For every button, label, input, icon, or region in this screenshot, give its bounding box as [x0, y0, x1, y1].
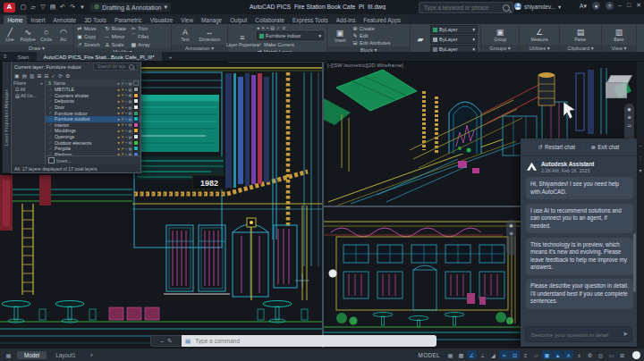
isolate-objects-toggle[interactable]: ◎ [596, 350, 606, 359]
plot-icon[interactable]: ▤ [48, 3, 57, 12]
layer-on-icon[interactable]: ● [117, 147, 120, 151]
start-tab[interactable]: Start [11, 52, 37, 61]
layer-color-swatch[interactable] [133, 116, 139, 122]
property-dropdown[interactable]: ByLayer ▾ [430, 25, 478, 34]
command-pencil-icon[interactable]: ✎ [167, 338, 173, 345]
tab-output[interactable]: Output [226, 15, 251, 24]
layer-lock-icon[interactable]: ▪ [126, 140, 128, 145]
layer-on-icon[interactable]: ● [117, 93, 120, 97]
layer-plot-icon[interactable]: ▤ [129, 147, 132, 151]
qat-dropdown-icon[interactable]: ▾ [78, 3, 87, 12]
layer-on-icon[interactable]: ● [117, 129, 120, 133]
property-dropdown[interactable]: ByLayer ▾ [430, 35, 478, 44]
send-icon[interactable]: ➤ [623, 331, 628, 338]
chat-scrollbar[interactable] [633, 233, 636, 292]
block-tool-button[interactable]: ⊟ Edit Attributes [352, 39, 391, 46]
annotation-tool-button[interactable]: ↔ Dimension [199, 28, 220, 42]
layer-lock-icon[interactable]: ▪ [126, 117, 128, 122]
layer-on-icon[interactable]: ● [117, 105, 120, 110]
panel-label-clipboard[interactable]: Clipboard ▾ [560, 45, 601, 52]
layer-freeze-icon[interactable]: ☀ [121, 111, 124, 115]
layer-tool-button[interactable]: ✓ Make Current [257, 41, 324, 47]
layer-lock-icon[interactable]: ▪ [126, 88, 128, 92]
match-properties-button[interactable]: ▰ [413, 35, 428, 44]
annotation-tool-button[interactable]: A Text [174, 28, 196, 42]
command-input[interactable] [193, 337, 433, 345]
workspace-switcher[interactable]: ⚙ Drafting & Annotation ▾ [90, 3, 171, 12]
tab-visualize[interactable]: Visualize [146, 15, 176, 24]
redo-icon[interactable]: ↷ [68, 3, 77, 12]
account-menu[interactable]: shiyamdev... ▾ [514, 3, 561, 10]
restore-button[interactable]: □ [627, 2, 631, 9]
layer-row[interactable]: ✓ Mouldings ● ☀ ▪ ▤ [46, 128, 140, 134]
layer-plot-icon[interactable]: ▤ [129, 122, 132, 127]
layer-state-icons[interactable]: ●☀▪▤✓⊘ [257, 25, 324, 30]
layer-row[interactable]: ✓ Pergola ● ☀ ▪ ▤ [46, 146, 140, 152]
annotation-autoscale-toggle[interactable]: A [564, 350, 573, 359]
panel-label-draw[interactable]: Draw ▾ [0, 45, 73, 52]
notifications-icon[interactable]: ● [592, 2, 600, 10]
chat-input-box[interactable]: ➤ [525, 326, 632, 342]
polar-tracking-toggle[interactable]: ∠ [467, 350, 477, 359]
new-layer-icon[interactable]: ⊞ [37, 73, 41, 79]
graphics-performance-toggle[interactable]: ▭ [606, 350, 616, 359]
layer-color-swatch[interactable] [133, 87, 139, 92]
layer-lock-icon[interactable]: ▪ [126, 111, 128, 115]
tab-express-tools[interactable]: Express Tools [289, 15, 333, 24]
layer-on-icon[interactable]: ● [117, 111, 120, 115]
ortho-toggle[interactable]: ⊥ [478, 350, 487, 359]
steering-wheel-icon[interactable]: ◉ [509, 222, 513, 228]
tab-home[interactable]: Home [4, 15, 27, 24]
layer-lock-icon[interactable]: ▪ [126, 129, 128, 133]
new-group-filter-icon[interactable]: ▤ [21, 73, 26, 79]
tab-parametric[interactable]: Parametric [110, 15, 146, 24]
viewcube[interactable] [605, 73, 631, 100]
modify-tool-button[interactable]: ▦ Array [131, 41, 149, 47]
panel-label-groups[interactable]: Groups ▾ [481, 45, 519, 52]
new-file-icon[interactable]: ▢ [19, 3, 28, 12]
modify-tool-button[interactable]: ↻ Rotate [105, 25, 126, 31]
tab-3d-tools[interactable]: 3D Tools [80, 15, 111, 24]
panel-label-utilities[interactable]: Utilities ▾ [520, 45, 559, 52]
layer-color-swatch[interactable] [133, 105, 139, 110]
layer-freeze-icon[interactable]: ☀ [121, 117, 124, 122]
layer-freeze-icon[interactable]: ☀ [121, 99, 124, 104]
layer-dropdown[interactable]: Furniture indoor ▾ [257, 31, 324, 40]
chat-collapse-icon[interactable]: – [639, 143, 641, 148]
refresh-icon[interactable]: ⟳ [58, 73, 63, 79]
layer-search-input[interactable] [96, 63, 127, 70]
clean-screen-toggle[interactable]: ⊞ [617, 350, 627, 359]
layer-color-swatch[interactable] [133, 122, 139, 128]
layer-freeze-icon[interactable]: ☀ [121, 122, 124, 127]
save-icon[interactable]: ▽ [38, 3, 47, 12]
layer-on-icon[interactable]: ● [117, 88, 120, 92]
chat-input[interactable] [530, 331, 620, 339]
layer-color-swatch[interactable] [133, 128, 139, 133]
viewport-controls-label[interactable]: [-][SW Isometric][2D Wireframe] [327, 63, 403, 68]
workspace-switching-control[interactable]: ⚙ [585, 350, 595, 359]
tab-insert[interactable]: Insert [27, 15, 49, 24]
layer-on-icon[interactable]: ● [117, 122, 120, 127]
close-button[interactable]: ✕ [636, 2, 641, 9]
layer-color-swatch[interactable] [133, 134, 139, 139]
layer-row[interactable]: ✓ MBTITLE ● ☀ ▪ ▤ [46, 87, 140, 93]
tab-view[interactable]: View [177, 15, 198, 24]
navigation-bar-2[interactable]: ◉ ⊕ [506, 220, 516, 256]
autocad-logo-icon[interactable]: A [4, 3, 15, 13]
new-drawing-tab-button[interactable]: + [162, 52, 180, 61]
assistant-bubble-icon[interactable] [632, 351, 640, 359]
annotation-scale-control[interactable]: ± [574, 350, 584, 359]
layer-freeze-icon[interactable]: ☀ [121, 105, 124, 110]
layer-color-swatch[interactable] [133, 98, 139, 104]
layer-lock-icon[interactable]: ▪ [126, 147, 128, 151]
layer-on-icon[interactable]: ● [117, 117, 120, 122]
panel-label-view[interactable]: View ▾ [602, 45, 636, 52]
layer-lock-icon[interactable]: ▪ [126, 105, 128, 110]
layer-plot-icon[interactable]: ▤ [129, 111, 132, 115]
command-customize-icon[interactable]: – [160, 338, 164, 344]
draw-tool-button[interactable]: ∿ Polyline [20, 28, 36, 42]
layer-color-swatch[interactable] [133, 93, 139, 98]
panel-label-annotation[interactable]: Annotation ▾ [172, 45, 227, 52]
layer-freeze-icon[interactable]: ☀ [121, 147, 124, 151]
steering-wheel-icon[interactable]: ◉ [627, 106, 631, 112]
